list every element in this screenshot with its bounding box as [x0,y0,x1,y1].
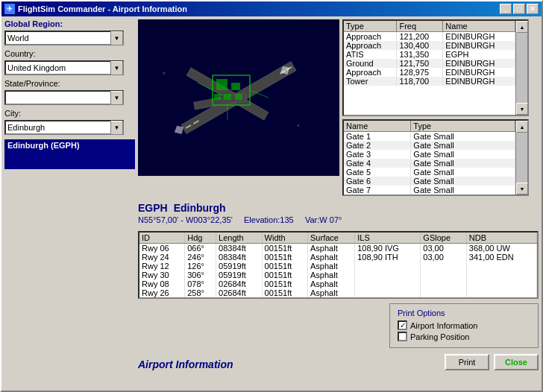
print-options-label: Print Options [398,309,530,317]
gates-scroll-up[interactable]: ▲ [516,121,528,133]
freq-cell-0: Approach [344,68,397,77]
app-icon: ✈ [4,4,15,14]
freq-scrollbar[interactable]: ▲ ▼ [515,21,527,115]
airport-list-item[interactable]: Edinburgh (EGPH) [4,139,135,169]
center-right: › ‹ [138,19,539,388]
action-buttons: Print Close [445,354,539,370]
country-arrow[interactable]: ▼ [110,61,122,75]
city-label: City: [4,109,135,118]
runway-table: ID Hdg Length Width Surface ILS GSlope N… [139,233,537,297]
gates-table-row: Gate 1Gate Small [344,132,515,142]
close-button[interactable]: Close [494,354,539,370]
global-region-arrow[interactable]: ▼ [110,31,122,45]
runway-cell-6: 03,00 [421,253,466,262]
print-button[interactable]: Print [445,354,489,370]
airport-coords-line: N55°57,00' - W003°22,35' Elevation:135 V… [138,215,539,224]
freq-cell-1: 121,200 [397,32,443,42]
svg-rect-12 [224,94,231,100]
global-region-dropdown[interactable]: World ▼ [4,31,124,45]
gates-scrollbar[interactable]: ▲ ▼ [515,121,527,195]
runway-cell-5 [355,262,421,271]
airport-name: Edinburgh [174,202,226,214]
global-region-label: Global Region: [4,19,135,28]
svg-rect-9 [216,79,227,90]
rwy-col-ils: ILS [355,233,421,244]
airport-icao: EGPH [138,202,168,214]
runway-cell-1: 126° [185,262,216,271]
gates-cell-0: Gate 7 [344,186,411,195]
state-label: State/Province: [4,79,135,88]
freq-cell-2: EGPH [443,50,515,59]
runway-cell-4: Asphalt [308,262,355,271]
airport-info-checkbox-row: Airport Information [398,320,530,330]
gates-cell-0: Gate 3 [344,150,411,159]
freq-table-row: Approach130,400EDINBURGH [344,41,515,50]
runway-cell-5: 108,90 IVG [355,244,421,253]
country-value: United Kingdom [6,63,110,72]
runway-cell-7 [466,271,536,279]
airport-info-checkbox-label: Airport Information [410,321,477,330]
left-panel: Global Region: World ▼ Country: United K… [4,19,135,388]
right-panel: Type Freq Name Approach121,200EDINBURGHA… [342,19,529,196]
runway-cell-4: Asphalt [308,279,355,288]
gates-table-row: Gate 3Gate Small [344,150,515,159]
airport-info-checkbox[interactable] [398,320,407,330]
state-arrow[interactable]: ▼ [110,91,122,104]
freq-col-name: Name [443,21,515,32]
gates-cell-1: Gate Small [411,168,515,177]
runway-cell-0: Rwy 30 [139,271,185,279]
bottom-left: Airport Information [138,358,233,370]
gates-col-type: Type [411,121,515,132]
gates-scroll-track [516,133,527,183]
freq-scroll-track [516,33,527,103]
elevation-label: Elevation: [244,215,280,224]
freq-table-container: Type Freq Name Approach121,200EDINBURGHA… [342,19,529,116]
runway-cell-7 [466,288,536,297]
runway-cell-6 [421,288,466,297]
freq-cell-0: ATIS [344,50,397,59]
city-dropdown[interactable]: Edinburgh ▼ [4,120,124,135]
gates-scroll-down[interactable]: ▼ [516,183,528,195]
runway-cell-2: 05919ft [216,271,262,279]
rwy-col-hdg: Hdg [185,233,216,244]
runway-cell-3: 00151ft [262,271,307,279]
runway-cell-7: 368,00 UW [466,244,536,253]
rwy-col-surface: Surface [308,233,355,244]
bottom-right: Print Options Airport Information Parkin… [389,303,539,370]
runway-cell-3: 00151ft [262,253,307,262]
country-dropdown[interactable]: United Kingdom ▼ [4,60,124,75]
parking-pos-checkbox[interactable] [398,332,407,341]
runway-table-row: Rwy 06066°08384ft00151ftAsphalt108,90 IV… [139,244,537,253]
rwy-col-width: Width [262,233,307,244]
close-button[interactable]: ✕ [527,4,539,14]
minimize-button[interactable]: _ [500,4,512,14]
freq-scroll-down[interactable]: ▼ [516,103,528,115]
runway-cell-4: Asphalt [308,244,355,253]
runway-cell-5: 108,90 ITH [355,253,421,262]
parking-pos-checkbox-row: Parking Position [398,332,530,341]
freq-cell-2: EDINBURGH [443,77,515,86]
window-title: FlightSim Commander - Airport Informatio… [18,4,187,13]
runway-cell-1: 258° [185,288,216,297]
freq-cell-1: 130,400 [397,41,443,50]
parking-pos-checkbox-label: Parking Position [410,332,470,341]
freq-cell-2: EDINBURGH [443,32,515,42]
freq-scroll-up[interactable]: ▲ [516,21,528,33]
city-arrow[interactable]: ▼ [110,121,122,134]
freq-cell-0: Approach [344,41,397,50]
state-dropdown[interactable]: ▼ [4,90,124,105]
runway-cell-2: 08384ft [216,244,262,253]
freq-table: Type Freq Name Approach121,200EDINBURGHA… [344,21,515,86]
gates-table-row: Gate 7Gate Small [344,186,515,195]
runway-cell-2: 02684ft [216,288,262,297]
gates-cell-1: Gate Small [411,159,515,168]
gates-cell-0: Gate 2 [344,141,411,150]
runway-table-row: Rwy 12126°05919ft00151ftAsphalt [139,262,537,271]
country-label: Country: [4,49,135,58]
freq-table-row: ATIS131,350EGPH [344,50,515,59]
runway-cell-4: Asphalt [308,253,355,262]
runway-table-row: Rwy 08078°02684ft00151ftAsphalt [139,279,537,288]
rwy-col-id: ID [139,233,185,244]
print-options-panel: Print Options Airport Information Parkin… [389,303,539,348]
maximize-button[interactable]: □ [513,4,525,14]
